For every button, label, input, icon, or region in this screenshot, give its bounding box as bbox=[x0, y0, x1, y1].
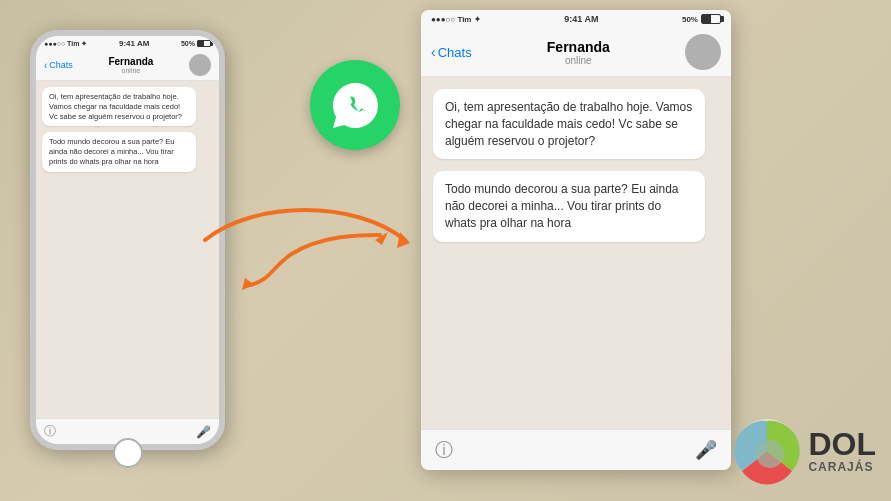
contact-name-left: Fernanda bbox=[79, 56, 183, 67]
whatsapp-logo bbox=[310, 60, 400, 150]
message-1-left: Oi, tem apresentação de trabalho hoje. V… bbox=[42, 87, 196, 126]
contact-info-right: Fernanda online bbox=[478, 39, 679, 66]
battery-left: 50% bbox=[181, 40, 195, 47]
dol-text-group: DOL CARAJÁS bbox=[808, 428, 876, 474]
contact-status-left: online bbox=[79, 67, 183, 74]
svg-point-3 bbox=[756, 440, 784, 468]
dol-logo: DOL CARAJÁS bbox=[732, 416, 876, 486]
back-button-right[interactable]: ‹ Chats bbox=[431, 44, 472, 60]
status-bar-left: ●●●○○ Tim ✦ 9:41 AM 50% bbox=[36, 36, 219, 50]
chat-area-right: Oi, tem apresentação de trabalho hoje. V… bbox=[421, 77, 731, 429]
info-icon-left[interactable]: ⓘ bbox=[44, 423, 56, 440]
contact-name-right: Fernanda bbox=[478, 39, 679, 55]
battery-pct-right: 50% bbox=[682, 15, 698, 24]
mic-icon-right[interactable]: 🎤 bbox=[695, 439, 717, 461]
mic-icon-left[interactable]: 🎤 bbox=[196, 425, 211, 439]
phone-right: ●●●○○ Tim ✦ 9:41 AM 50% ‹ Chats Fernanda… bbox=[421, 10, 731, 470]
back-button-left[interactable]: ‹ Chats bbox=[44, 60, 73, 71]
avatar-right bbox=[685, 34, 721, 70]
chat-header-left: ‹ Chats Fernanda online bbox=[36, 50, 219, 81]
chat-area-left: Oi, tem apresentação de trabalho hoje. V… bbox=[36, 81, 219, 418]
message-2-right: Todo mundo decorou a sua parte? Eu ainda… bbox=[433, 171, 705, 241]
back-label-right: Chats bbox=[438, 45, 472, 60]
message-2-left: Todo mundo decorou a sua parte? Eu ainda… bbox=[42, 132, 196, 171]
back-label-left: Chats bbox=[49, 60, 73, 70]
status-bar-right: ●●●○○ Tim ✦ 9:41 AM 50% bbox=[421, 10, 731, 28]
chat-bottom-right: ⓘ 🎤 bbox=[421, 429, 731, 470]
time-right: 9:41 AM bbox=[564, 14, 598, 24]
carrier-right: ●●●○○ Tim ✦ bbox=[431, 15, 481, 24]
home-button-left[interactable] bbox=[113, 438, 143, 468]
avatar-left bbox=[189, 54, 211, 76]
chat-header-right: ‹ Chats Fernanda online bbox=[421, 28, 731, 77]
contact-status-right: online bbox=[478, 55, 679, 66]
carrier-left: ●●●○○ Tim ✦ bbox=[44, 40, 87, 48]
curved-arrow bbox=[195, 180, 415, 300]
info-icon-right[interactable]: ⓘ bbox=[435, 438, 453, 462]
dol-subtitle: CARAJÁS bbox=[808, 460, 876, 474]
time-left: 9:41 AM bbox=[119, 39, 149, 48]
dol-icon bbox=[732, 416, 802, 486]
contact-info-left: Fernanda online bbox=[79, 56, 183, 74]
message-1-right: Oi, tem apresentação de trabalho hoje. V… bbox=[433, 89, 705, 159]
dol-name: DOL bbox=[808, 428, 876, 460]
